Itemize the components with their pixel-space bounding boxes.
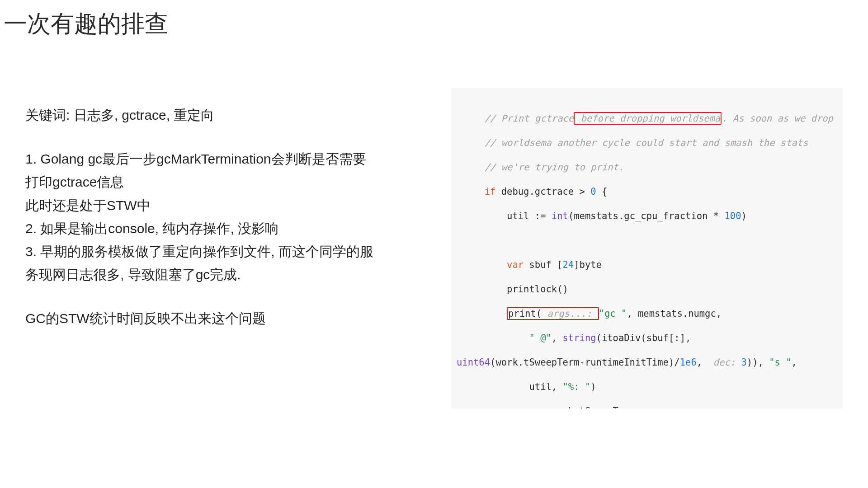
- spacer: [25, 286, 423, 307]
- point-3b: 务现网日志很多, 导致阻塞了gc完成.: [25, 263, 423, 286]
- point-1c: 此时还是处于STW中: [25, 194, 423, 216]
- slide: 一次有趣的排查 关键词: 日志多, gctrace, 重定向 1. Golang…: [0, 0, 868, 488]
- spacer: [25, 127, 423, 148]
- highlight-print-1: print( args...:: [507, 307, 599, 320]
- point-4: GC的STW统计时间反映不出来这个问题: [25, 307, 423, 329]
- point-1a: 1. Golang gc最后一步gcMarkTermination会判断是否需要: [25, 148, 423, 170]
- code-screenshot: // Print gctrace before dropping worldse…: [451, 88, 843, 408]
- point-1b: 打印gctrace信息: [25, 171, 423, 193]
- keywords-line: 关键词: 日志多, gctrace, 重定向: [25, 104, 423, 126]
- body-text: 关键词: 日志多, gctrace, 重定向 1. Golang gc最后一步g…: [25, 104, 423, 331]
- slide-title: 一次有趣的排查: [4, 8, 168, 40]
- highlight-comment: before dropping worldsema: [574, 112, 722, 125]
- point-2: 2. 如果是输出console, 纯内存操作, 没影响: [25, 217, 423, 239]
- point-3a: 3. 早期的服务模板做了重定向操作到文件, 而这个同学的服: [25, 240, 423, 263]
